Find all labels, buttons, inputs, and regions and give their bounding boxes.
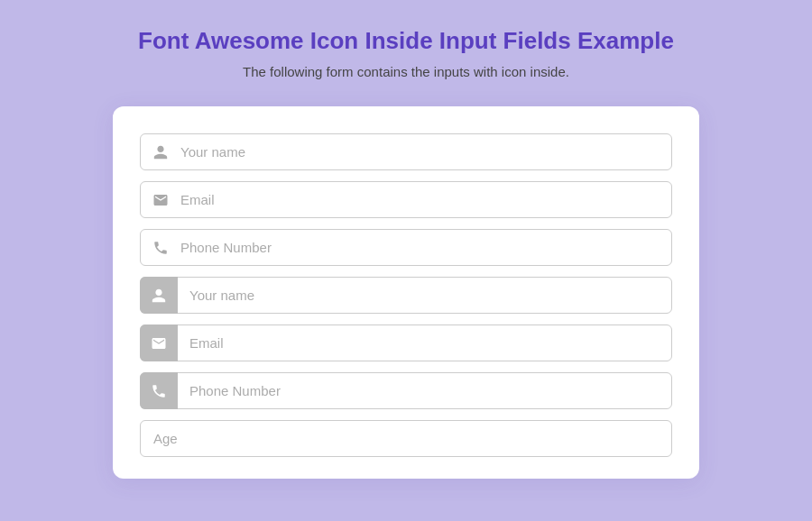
phone-input-2[interactable] [140,372,672,409]
phone-field-2 [140,372,672,409]
phone-input-1[interactable] [140,229,672,266]
age-input[interactable] [140,420,672,457]
email-input-2[interactable] [140,324,672,361]
name-field-2 [140,277,672,314]
email-field-2 [140,324,672,361]
page-title: Font Awesome Icon Inside Input Fields Ex… [138,27,674,55]
email-field-1 [140,181,672,218]
page-subtitle: The following form contains the inputs w… [243,64,569,79]
name-field-1 [140,133,672,170]
phone-field-1 [140,229,672,266]
form-card [113,106,699,479]
phone-icon-bg-2 [140,372,178,409]
name-input-1[interactable] [140,133,672,170]
envelope-icon-bg-2 [140,324,178,361]
person-icon-bg-2 [140,277,178,314]
age-field [140,420,672,457]
name-input-2[interactable] [140,277,672,314]
email-input-1[interactable] [140,181,672,218]
